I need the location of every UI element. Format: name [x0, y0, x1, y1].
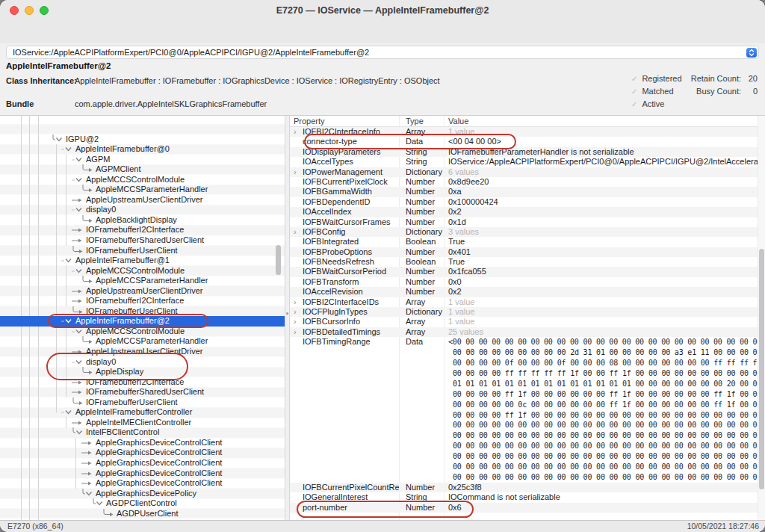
property-name: IOFBIntegrated [303, 237, 359, 247]
tree-row[interactable]: AppleGraphicsDeviceControlClient [0, 478, 285, 489]
tree-row[interactable]: AppleDisplay [0, 367, 285, 377]
table-row[interactable]: IOFBTimingRangeData<00 00 00 00 00 00 00… [290, 337, 765, 483]
tree-row[interactable]: IOFramebufferI2CInterface [0, 225, 285, 235]
table-row[interactable]: IOFBIntegratedBooleanTrue [290, 237, 765, 247]
table-row[interactable]: IOFBNeedsRefreshBooleanTrue [290, 257, 765, 267]
table-row[interactable]: IODisplayParametersStringIOFramebufferPa… [290, 147, 765, 157]
path-field[interactable]: IOService:/AppleACPIPlatformExpert/PCI0@… [6, 46, 759, 59]
table-row[interactable]: IOAccelRevisionNumber0x2 [290, 287, 765, 297]
tree-row[interactable]: AGDPUserClient [0, 509, 285, 519]
disclosure-chevron-icon[interactable] [61, 316, 73, 327]
tree-row[interactable]: IOFramebufferI2CInterface [0, 296, 285, 306]
table-row[interactable]: ›IOFBDetailedTimingsArray25 values [290, 327, 765, 337]
disclosure-chevron-icon[interactable] [52, 134, 65, 145]
table-row[interactable]: IOAccelIndexNumber0x2 [290, 207, 765, 217]
table-row[interactable]: connector-typeData<00 04 00 00> [290, 137, 765, 146]
table-row[interactable]: IOFBTransformNumber0x0 [290, 277, 765, 287]
disclosure-chevron-icon[interactable] [61, 256, 73, 266]
table-row[interactable]: IOFBProbeOptionsNumber0x401 [290, 247, 765, 257]
tree-row[interactable]: AppleMCCSControlModule [0, 175, 285, 185]
tree-row[interactable]: AppleIntelFramebuffer@0 [0, 144, 285, 155]
disclosure-chevron-icon[interactable] [72, 357, 84, 368]
tree-row[interactable]: IOFramebufferSharedUserClient [0, 387, 285, 398]
tree-row[interactable]: AppleMCCSControlModule [0, 266, 285, 276]
table-row[interactable]: port-numberNumber0x6 [290, 503, 765, 513]
disclosure-chevron-icon[interactable] [81, 489, 95, 499]
row-disclosure-icon[interactable]: › [294, 297, 303, 307]
tree-row[interactable]: AppleGraphicsDeviceControlClient [0, 458, 285, 468]
zoom-button[interactable] [40, 6, 49, 15]
table-row[interactable]: ›IOFBI2CInterfaceInfoArray1 value [290, 127, 765, 137]
close-button[interactable] [10, 6, 19, 15]
tree-row[interactable]: AppleGraphicsDeviceControlClient [0, 438, 285, 448]
tree-row[interactable]: IntelFBClientControl [0, 427, 285, 438]
tree-row[interactable]: AppleIntelFramebufferController [0, 407, 285, 418]
table-row[interactable]: ›IOFBI2CInterfaceIDsArray1 value [290, 297, 765, 307]
table-row[interactable]: IOFBWaitCursorPeriodNumber0x1fca055 [290, 267, 765, 276]
tree-row[interactable]: AppleBacklightDisplay [0, 215, 285, 226]
tree-node-label: IOFramebufferUserClient [86, 306, 178, 317]
table-scrollbar-thumb[interactable] [759, 249, 764, 489]
tree-row[interactable]: AppleUpstreamUserClientDriver [0, 195, 285, 205]
disclosure-chevron-icon[interactable] [72, 155, 84, 165]
table-row[interactable]: ›IOCFPlugInTypesDictionary1 value [290, 307, 765, 317]
disclosure-chevron-icon[interactable] [72, 266, 84, 276]
tree-row[interactable]: display0 [0, 357, 285, 368]
table-row[interactable]: ›IOPowerManagementDictionary6 values [290, 167, 765, 177]
tree-row[interactable]: display0 [0, 205, 285, 215]
tree-row[interactable]: AppleUpstreamUserClientDriver [0, 347, 285, 357]
tree-row[interactable]: AppleUpstreamUserClientDriver [0, 286, 285, 297]
row-disclosure-icon[interactable]: › [294, 327, 303, 337]
disclosure-chevron-icon[interactable] [92, 498, 105, 509]
minimize-button[interactable] [25, 6, 34, 15]
table-row[interactable]: IOFBCurrentPixelCountRealNumber0x25c3f8 [290, 483, 765, 492]
row-disclosure-icon[interactable]: › [294, 307, 303, 317]
table-scrollbar-track[interactable] [758, 116, 765, 520]
table-row[interactable]: IOAccelTypesStringIOService:/AppleACPIPl… [290, 157, 765, 167]
tree-row[interactable]: AppleMCCSParameterHandler [0, 276, 285, 286]
table-row[interactable]: IOFBCurrentPixelClockNumber0x8d9ee20 [290, 177, 765, 187]
table-row[interactable]: IOFBGammaWidthNumber0xa [290, 187, 765, 197]
disclosure-chevron-icon[interactable] [72, 327, 84, 337]
disclosure-chevron-icon[interactable] [72, 427, 85, 438]
column-header-type[interactable]: Type [406, 116, 424, 127]
table-row[interactable]: IOFBDependentIDNumber0x100000424 [290, 197, 765, 207]
tree-row[interactable]: IGPU@2 [0, 134, 285, 145]
tree-row[interactable]: AGDPClientControl [0, 498, 285, 509]
tree-row[interactable]: IOFramebufferUserClient [0, 398, 285, 408]
tree-row[interactable]: IOFramebufferUserClient [0, 306, 285, 317]
disclosure-chevron-icon[interactable] [61, 144, 73, 155]
disclosure-chevron-icon[interactable] [72, 205, 84, 215]
tree-node-label: display0 [86, 357, 116, 368]
tree-row[interactable]: AppleGraphicsDeviceControlClient [0, 468, 285, 479]
row-disclosure-icon[interactable]: › [294, 227, 303, 237]
disclosure-chevron-icon[interactable] [72, 175, 84, 185]
row-disclosure-icon[interactable]: › [294, 127, 303, 137]
row-disclosure-spacer [294, 177, 303, 187]
disclosure-chevron-icon[interactable] [61, 407, 73, 418]
table-row[interactable]: IOGeneralInterestStringIOCommand is not … [290, 492, 765, 502]
row-disclosure-icon[interactable]: › [294, 317, 303, 327]
tree-row[interactable]: AppleIntelMEClientController [0, 418, 285, 428]
tree-row[interactable]: AppleGraphicsDeviceControlClient [0, 448, 285, 458]
tree-row[interactable]: AppleIntelFramebuffer@2 [0, 316, 285, 327]
tree-row[interactable]: IOFramebufferI2CInterface [0, 377, 285, 388]
tree-row[interactable]: AGPM [0, 155, 285, 165]
column-header-property[interactable]: Property [294, 116, 325, 127]
tree-row[interactable]: AppleMCCSParameterHandler [0, 336, 285, 347]
path-popup-button[interactable] [746, 48, 757, 58]
column-header-value[interactable]: Value [448, 116, 468, 127]
table-row[interactable]: ›IOFBCursorInfoArray1 value [290, 317, 765, 327]
tree-row[interactable]: AGPMClient [0, 164, 285, 175]
tree-scrollbar-thumb[interactable] [276, 245, 281, 275]
tree-row[interactable]: IOFramebufferSharedUserClient [0, 235, 285, 246]
row-disclosure-icon[interactable]: › [294, 167, 303, 177]
table-row[interactable]: ›IOFBConfigDictionary3 values [290, 227, 765, 237]
tree-row[interactable]: AppleMCCSControlModule [0, 327, 285, 337]
tree-row[interactable]: IOFramebufferUserClient [0, 246, 285, 256]
tree-row[interactable]: AppleMCCSParameterHandler [0, 185, 285, 195]
tree-row[interactable]: AppleGraphicsDevicePolicy [0, 489, 285, 499]
table-row[interactable]: IOFBWaitCursorFramesNumber0x1d [290, 217, 765, 227]
tree-row[interactable]: AppleIntelFramebuffer@1 [0, 256, 285, 266]
pane-splitter[interactable] [285, 116, 290, 520]
